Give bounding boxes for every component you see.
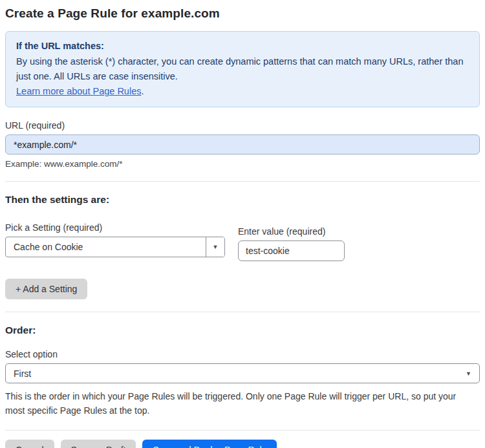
- settings-row: Pick a Setting (required) Cache on Cooki…: [5, 222, 480, 261]
- cancel-button[interactable]: Cancel: [5, 440, 54, 448]
- url-input[interactable]: [5, 134, 480, 155]
- url-match-info-box: If the URL matches: By using the asteris…: [5, 31, 480, 107]
- divider-after-settings: [5, 312, 480, 312]
- divider-after-url: [5, 181, 480, 182]
- setting-picker-label: Pick a Setting (required): [5, 222, 225, 233]
- order-section-heading: Order:: [5, 325, 480, 336]
- chevron-down-icon: ▼: [466, 370, 471, 377]
- url-field-label: URL (required): [5, 120, 480, 131]
- save-as-draft-button[interactable]: Save as Draft: [61, 440, 136, 448]
- setting-value-label: Enter value (required): [238, 226, 345, 237]
- link-period: .: [141, 86, 144, 96]
- footer-button-row: Cancel Save as Draft Save and Deploy Pag…: [5, 440, 480, 448]
- order-select[interactable]: First ▼: [5, 363, 480, 383]
- page-title: Create a Page Rule for example.com: [5, 6, 480, 21]
- setting-picker-column: Pick a Setting (required) Cache on Cooki…: [5, 222, 225, 257]
- info-box-heading: If the URL matches:: [16, 39, 469, 54]
- setting-dropdown-value: Cache on Cookie: [6, 237, 206, 257]
- url-field-hint: Example: www.example.com/*: [5, 159, 480, 169]
- info-box-body: By using the asterisk (*) character, you…: [16, 54, 469, 84]
- setting-value-column: Enter value (required): [238, 226, 345, 261]
- order-help-text: This is the order in which your Page Rul…: [5, 389, 471, 418]
- settings-section-heading: Then the settings are:: [5, 194, 480, 206]
- save-and-deploy-button[interactable]: Save and Deploy Page Rule: [142, 440, 277, 448]
- info-box-link-line: Learn more about Page Rules.: [16, 84, 469, 99]
- chevron-down-icon[interactable]: ▼: [206, 237, 224, 257]
- order-select-label: Select option: [5, 349, 480, 359]
- learn-more-link[interactable]: Learn more about Page Rules: [16, 86, 141, 96]
- order-select-value: First: [14, 368, 466, 379]
- setting-value-input[interactable]: [238, 240, 345, 261]
- add-setting-button[interactable]: + Add a Setting: [5, 279, 87, 299]
- divider-after-order: [5, 430, 480, 431]
- setting-dropdown[interactable]: Cache on Cookie ▼: [5, 237, 225, 257]
